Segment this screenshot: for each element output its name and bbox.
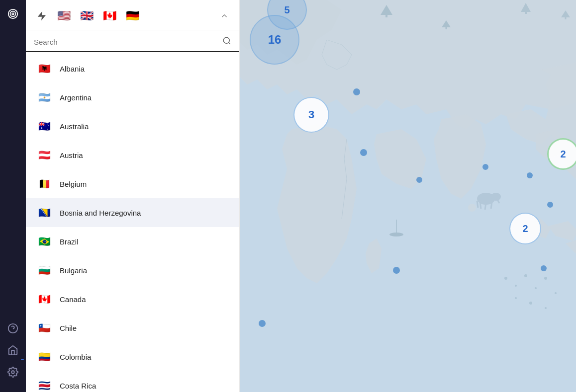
- search-row: [34, 36, 231, 47]
- country-flag: 🇧🇪: [36, 175, 53, 192]
- country-item[interactable]: 🇨🇷Costa Rica: [26, 371, 239, 392]
- flag-toolbar: 🇺🇸 🇬🇧 🇨🇦 🇩🇪: [26, 0, 239, 30]
- country-flag: 🇧🇦: [36, 204, 53, 221]
- country-item[interactable]: 🇦🇱Albania: [26, 54, 239, 83]
- country-flag: 🇧🇬: [36, 262, 53, 279]
- search-container: [26, 30, 239, 52]
- svg-rect-17: [446, 27, 447, 29]
- country-name: Albania: [60, 65, 85, 73]
- country-item[interactable]: 🇦🇺Australia: [26, 112, 239, 141]
- map-dot-6[interactable]: [541, 265, 547, 271]
- search-input[interactable]: [34, 38, 218, 46]
- cluster-2-sea[interactable]: 2: [509, 213, 541, 244]
- country-flag: 🇨🇷: [36, 377, 53, 392]
- country-name: Colombia: [60, 353, 91, 361]
- svg-rect-19: [525, 12, 527, 14]
- country-flag: 🇦🇷: [36, 89, 53, 106]
- map-area: 16 5 3 2 2: [240, 0, 576, 392]
- map-dot-9[interactable]: [259, 320, 266, 327]
- country-name: Bulgaria: [60, 266, 87, 275]
- country-item[interactable]: 🇨🇱Chile: [26, 314, 239, 342]
- svg-point-11: [491, 193, 501, 201]
- svg-point-25: [535, 287, 537, 289]
- svg-rect-15: [385, 15, 387, 17]
- country-item[interactable]: 🇧🇬Bulgaria: [26, 256, 239, 285]
- svg-point-13: [389, 233, 403, 236]
- collapse-btn[interactable]: [217, 9, 231, 23]
- svg-point-23: [515, 285, 517, 287]
- country-flag: 🇦🇹: [36, 147, 53, 163]
- country-flag: 🇨🇴: [36, 348, 53, 365]
- country-item[interactable]: 🇧🇷Brazil: [26, 227, 239, 256]
- svg-point-24: [524, 274, 527, 277]
- svg-rect-21: [565, 17, 567, 19]
- search-icon[interactable]: [222, 36, 231, 47]
- germany-flag-btn[interactable]: 🇩🇪: [123, 7, 141, 25]
- svg-point-30: [545, 307, 547, 309]
- usa-flag-btn[interactable]: 🇺🇸: [55, 7, 73, 25]
- lightning-btn[interactable]: [34, 8, 50, 24]
- map-dot-5[interactable]: [393, 267, 400, 274]
- country-name: Brazil: [60, 237, 79, 246]
- badge-count: [21, 359, 24, 360]
- country-name: Austria: [60, 151, 83, 159]
- country-item[interactable]: 🇨🇦Canada: [26, 285, 239, 314]
- svg-point-22: [504, 277, 507, 280]
- country-flag: 🇧🇷: [36, 233, 53, 250]
- map-dot-4[interactable]: [482, 164, 488, 170]
- map-dot-7[interactable]: [547, 202, 553, 208]
- settings-icon-btn[interactable]: [4, 363, 22, 381]
- canada-flag-btn[interactable]: 🇨🇦: [100, 7, 118, 25]
- target-icon-btn[interactable]: [4, 5, 22, 23]
- svg-point-28: [515, 297, 517, 299]
- country-list: 🇦🇱Albania🇦🇷Argentina🇦🇺Australia🇦🇹Austria…: [26, 52, 239, 392]
- svg-point-1: [10, 11, 16, 17]
- country-panel: 🇺🇸 🇬🇧 🇨🇦 🇩🇪 🇦🇱Albania🇦🇷Argentina🇦🇺Austra…: [26, 0, 240, 392]
- country-name: Argentina: [60, 93, 92, 102]
- country-name: Costa Rica: [60, 382, 96, 390]
- map-dot-3[interactable]: [416, 177, 422, 183]
- svg-point-27: [555, 292, 557, 294]
- uk-flag-btn[interactable]: 🇬🇧: [78, 7, 96, 25]
- svg-point-9: [468, 204, 476, 212]
- country-name: Belgium: [60, 180, 87, 188]
- svg-point-29: [529, 302, 532, 305]
- svg-line-7: [228, 42, 230, 44]
- svg-point-2: [12, 13, 14, 15]
- map-dot-11[interactable]: [527, 172, 533, 178]
- cluster-2-east[interactable]: 2: [547, 138, 576, 170]
- map-dot-2[interactable]: [360, 149, 367, 156]
- country-name: Canada: [60, 295, 86, 304]
- country-flag: 🇦🇺: [36, 118, 53, 135]
- sidebar: [0, 0, 26, 392]
- country-name: Chile: [60, 324, 77, 332]
- cluster-3[interactable]: 3: [293, 97, 329, 133]
- country-item[interactable]: 🇦🇷Argentina: [26, 83, 239, 112]
- country-item[interactable]: 🇨🇴Colombia: [26, 342, 239, 371]
- svg-point-6: [223, 37, 229, 43]
- country-item[interactable]: 🇧🇪Belgium: [26, 169, 239, 198]
- map-dot-1[interactable]: [353, 88, 360, 95]
- help-icon-btn[interactable]: [4, 319, 22, 337]
- country-name: Australia: [60, 122, 89, 131]
- country-flag: 🇨🇱: [36, 319, 53, 336]
- country-item[interactable]: 🇦🇹Austria: [26, 141, 239, 169]
- svg-point-5: [11, 371, 14, 374]
- country-item[interactable]: 🇧🇦Bosnia and Herzegovina: [26, 198, 239, 227]
- home-icon-btn[interactable]: [4, 341, 22, 359]
- country-flag: 🇨🇦: [36, 291, 53, 308]
- sidebar-bottom: [4, 319, 22, 387]
- country-name: Bosnia and Herzegovina: [60, 209, 141, 217]
- svg-point-26: [544, 277, 547, 280]
- country-flag: 🇦🇱: [36, 60, 53, 77]
